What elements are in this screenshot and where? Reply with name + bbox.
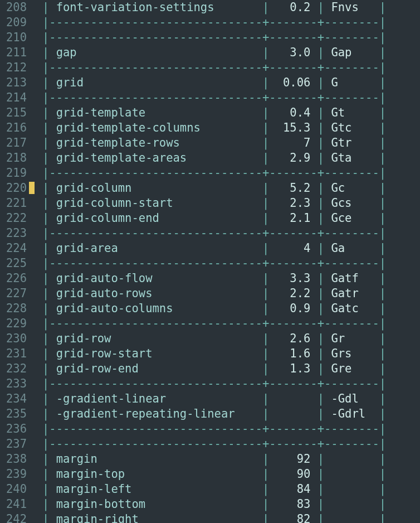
code-line[interactable]: 225|-------------------------------+----… [0, 256, 420, 271]
line-content: |-------------------------------+-------… [27, 316, 386, 331]
line-number: 211 [0, 45, 27, 60]
code-line[interactable]: 239| margin-top | 90 | | [0, 467, 420, 482]
code-line[interactable]: 222| grid-column-end | 2.1 | Gce | [0, 211, 420, 226]
rows-0-name: font-variation-settings [56, 1, 256, 14]
rows-12-short: Gc [331, 181, 379, 195]
code-line[interactable]: 220| grid-column | 5.2 | Gc | [0, 181, 420, 196]
line-content: | grid-template-areas | 2.9 | Gta | [27, 151, 386, 166]
rows-33-short [331, 497, 379, 511]
line-content: |-------------------------------+-------… [27, 60, 386, 75]
line-content: | grid-auto-columns | 0.9 | Gatc | [27, 301, 386, 316]
code-line[interactable]: 233|-------------------------------+----… [0, 376, 420, 391]
line-content: |-------------------------------+-------… [27, 226, 386, 241]
code-line[interactable]: 219|-------------------------------+----… [0, 166, 420, 181]
rows-5-name: grid [56, 76, 256, 89]
code-line[interactable]: 237|-------------------------------+----… [0, 437, 420, 452]
rows-26-val [276, 392, 311, 405]
line-content: | grid-template | 0.4 | Gt | [27, 105, 386, 120]
code-line[interactable]: 241| margin-bottom | 83 | | [0, 497, 420, 512]
rows-30-name: margin [56, 452, 256, 466]
rows-3-short: Gap [331, 46, 379, 59]
line-number: 220 [0, 181, 27, 196]
rows-3-val: 3.0 [276, 46, 311, 59]
code-line[interactable]: 212|-------------------------------+----… [0, 60, 420, 75]
line-content: |-------------------------------+-------… [27, 30, 386, 45]
code-line[interactable]: 232| grid-row-end | 1.3 | Gre | [0, 361, 420, 376]
code-line[interactable]: 240| margin-left | 84 | | [0, 482, 420, 497]
code-line[interactable]: 224| grid-area | 4 | Ga | [0, 241, 420, 256]
code-line[interactable]: 236|-------------------------------+----… [0, 422, 420, 437]
line-number: 216 [0, 120, 27, 135]
line-number: 223 [0, 226, 27, 241]
rows-14-name: grid-column-end [56, 211, 256, 225]
rows-31-short [331, 467, 379, 481]
code-line[interactable]: 210|-------------------------------+----… [0, 30, 420, 45]
code-line[interactable]: 231| grid-row-start | 1.6 | Grs | [0, 346, 420, 361]
line-number: 215 [0, 105, 27, 120]
code-line[interactable]: 214|-------------------------------+----… [0, 90, 420, 105]
rows-5-short: G [331, 76, 379, 89]
line-number: 241 [0, 497, 27, 512]
code-line[interactable]: 235| -gradient-repeating-linear | | -Gdr… [0, 406, 420, 422]
code-line[interactable]: 238| margin | 92 | | [0, 452, 420, 467]
rows-7-short: Gt [331, 106, 379, 119]
rows-24-val: 1.3 [276, 362, 311, 375]
rows-24-short: Gre [331, 362, 379, 375]
line-number: 229 [0, 316, 27, 331]
code-line[interactable]: 213| grid | 0.06 | G | [0, 75, 420, 90]
line-content: | grid-auto-rows | 2.2 | Gatr | [27, 286, 386, 301]
code-line[interactable]: 242| margin-right | 82 | | [0, 512, 420, 523]
rows-30-val: 92 [276, 452, 311, 466]
code-line[interactable]: 218| grid-template-areas | 2.9 | Gta | [0, 151, 420, 166]
code-line[interactable]: 211| gap | 3.0 | Gap | [0, 45, 420, 60]
code-line[interactable]: 221| grid-column-start | 2.3 | Gcs | [0, 196, 420, 211]
line-number: 226 [0, 271, 27, 286]
rows-24-name: grid-row-end [56, 362, 256, 375]
line-content: | margin-top | 90 | | [27, 467, 386, 482]
code-line[interactable]: 229|-------------------------------+----… [0, 316, 420, 331]
code-line[interactable]: 209|-------------------------------+----… [0, 15, 420, 30]
line-number: 210 [0, 30, 27, 45]
code-line[interactable]: 217| grid-template-rows | 7 | Gtr | [0, 135, 420, 151]
line-content: |-------------------------------+-------… [27, 437, 386, 452]
rows-13-name: grid-column-start [56, 196, 256, 210]
line-number: 237 [0, 437, 27, 452]
rows-20-short: Gatc [331, 302, 379, 315]
code-line[interactable]: 215| grid-template | 0.4 | Gt | [0, 105, 420, 120]
line-content: | grid-row | 2.6 | Gr | [27, 331, 386, 346]
rows-12-name: grid-column [56, 181, 256, 195]
line-content: | grid-row-end | 1.3 | Gre | [27, 361, 386, 376]
code-line[interactable]: 226| grid-auto-flow | 3.3 | Gatf | [0, 271, 420, 286]
rows-22-val: 2.6 [276, 332, 311, 345]
rows-19-name: grid-auto-rows [56, 287, 256, 300]
code-line[interactable]: 234| -gradient-linear | | -Gdl | [0, 391, 420, 406]
code-line[interactable]: 208| font-variation-settings | 0.2 | Fnv… [0, 0, 420, 15]
rows-33-name: margin-bottom [56, 497, 256, 511]
rows-14-val: 2.1 [276, 211, 311, 225]
code-line[interactable]: 227| grid-auto-rows | 2.2 | Gatr | [0, 286, 420, 301]
line-number: 238 [0, 452, 27, 467]
code-line[interactable]: 228| grid-auto-columns | 0.9 | Gatc | [0, 301, 420, 316]
code-line[interactable]: 230| grid-row | 2.6 | Gr | [0, 331, 420, 346]
rows-20-val: 0.9 [276, 302, 311, 315]
code-line[interactable]: 216| grid-template-columns | 15.3 | Gtc … [0, 120, 420, 135]
line-content: | grid-template-rows | 7 | Gtr | [27, 135, 386, 151]
rows-18-name: grid-auto-flow [56, 272, 256, 285]
line-content: |-------------------------------+-------… [27, 422, 386, 437]
line-number: 213 [0, 75, 27, 90]
rows-32-short [331, 482, 379, 496]
line-number: 235 [0, 406, 27, 422]
editor-viewport[interactable]: 208| font-variation-settings | 0.2 | Fnv… [0, 0, 420, 523]
rows-9-name: grid-template-rows [56, 136, 256, 149]
line-content: | grid-area | 4 | Ga | [27, 241, 386, 256]
rows-30-short [331, 452, 379, 466]
code-line[interactable]: 223|-------------------------------+----… [0, 226, 420, 241]
rows-34-short [331, 512, 379, 523]
line-number: 212 [0, 60, 27, 75]
line-number: 222 [0, 211, 27, 226]
rows-27-val [276, 407, 311, 420]
rows-12-val: 5.2 [276, 181, 311, 195]
line-content: | margin-bottom | 83 | | [27, 497, 386, 512]
line-content: | gap | 3.0 | Gap | [27, 45, 386, 60]
line-number: 225 [0, 256, 27, 271]
